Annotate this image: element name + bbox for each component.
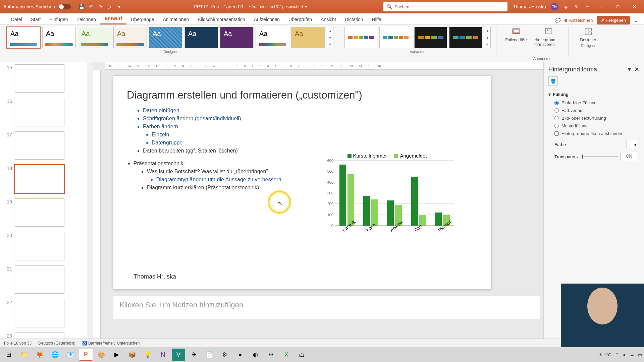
app-icon-9[interactable]: 🗂 — [295, 349, 309, 361]
save-icon[interactable]: 💾 — [79, 4, 85, 10]
weather-widget[interactable]: ☀ 1°C — [599, 352, 611, 357]
design-theme-6[interactable]: Aa — [184, 27, 218, 48]
slide-thumbnail-15[interactable]: 15 — [5, 64, 85, 93]
start-from-beginning-icon[interactable]: ▷ — [107, 4, 113, 10]
redo-icon[interactable]: ↷ — [98, 4, 104, 10]
fill-color-picker[interactable]: ▾ — [627, 141, 638, 148]
fill-bucket-icon[interactable]: 🪣 — [548, 76, 558, 86]
notes-placeholder[interactable]: Klicken Sie, um Notizen hinzuzufügen — [113, 296, 540, 319]
settings-icon[interactable]: ⚙ — [264, 349, 278, 361]
slide-thumbnail-20[interactable]: 20 — [5, 232, 85, 260]
app-icon-2[interactable]: 📦 — [125, 349, 139, 361]
telegram-icon[interactable]: ✈ — [187, 349, 201, 361]
design-gallery[interactable]: Aa Aa Aa Aa Aa Aa Aa Aa Aa ▴▾≡ — [7, 27, 333, 48]
variant-2[interactable] — [379, 27, 412, 48]
variant-3[interactable] — [414, 27, 447, 48]
app-icon-5[interactable]: 📄 — [203, 349, 216, 361]
outlook-icon[interactable]: 📧 — [64, 349, 77, 361]
slide-thumbnail-16[interactable]: 16 — [5, 98, 85, 126]
excel-icon[interactable]: X — [280, 349, 293, 361]
tab-animationen[interactable]: Animationen — [159, 14, 194, 24]
close-button[interactable]: ✕ — [629, 4, 641, 9]
tab-ansicht[interactable]: Ansicht — [316, 14, 340, 24]
variant-4[interactable] — [449, 27, 482, 48]
firefox-icon[interactable]: 🦊 — [33, 349, 46, 361]
undo-icon[interactable]: ↶ — [88, 4, 94, 10]
tray-chevron-icon[interactable]: ⌃ — [615, 352, 619, 357]
variant-1[interactable] — [344, 27, 377, 48]
accessibility-check[interactable]: ♿ Barrierefreiheit: Untersuchen — [82, 341, 140, 346]
tab-dictation[interactable]: Dictation — [340, 14, 367, 24]
format-background-button[interactable]: Hintergrund formatieren — [534, 27, 563, 47]
collapse-ribbon-icon[interactable]: ⌄ — [634, 18, 638, 23]
pane-close-icon[interactable]: ✕ — [634, 66, 639, 73]
tray-cloud-icon[interactable]: ☁ — [630, 352, 634, 357]
app-icon-6[interactable]: ⚙ — [218, 349, 231, 361]
slide-thumbnail-18[interactable]: 18 — [5, 165, 85, 193]
tab-zeichnen[interactable]: Zeichnen — [72, 14, 101, 24]
start-menu-icon[interactable]: ⊞ — [2, 349, 15, 361]
autosave-toggle[interactable]: Automatisches Speichern — [3, 4, 71, 9]
tab-einfuegen[interactable]: Einfügen — [45, 14, 72, 24]
tab-hilfe[interactable]: Hilfe — [367, 14, 385, 24]
designer-button[interactable]: Designer — [574, 27, 602, 42]
save-status-chevron-icon[interactable]: ▾ — [305, 5, 307, 9]
design-theme-5[interactable]: Aa — [149, 27, 182, 48]
comments-icon[interactable]: 💬 — [555, 18, 560, 23]
slide-thumbnail-17[interactable]: 17 — [5, 131, 85, 160]
design-theme-4[interactable]: Aa — [113, 27, 147, 48]
pen-icon[interactable]: ✎ — [574, 4, 580, 10]
diamond-icon[interactable]: ◈ — [563, 4, 569, 10]
slide-size-button[interactable]: Foliengröße — [502, 27, 530, 42]
search-input[interactable] — [394, 4, 504, 9]
tab-aufzeichnen[interactable]: Aufzeichnen — [250, 14, 284, 24]
tab-uebergaenge[interactable]: Übergänge — [126, 14, 158, 24]
tray-icon-2[interactable]: ▭ — [638, 352, 642, 357]
chrome-icon[interactable]: 🌐 — [48, 349, 62, 361]
variant-gallery-more[interactable]: ▴▾≡ — [484, 27, 491, 48]
user-avatar[interactable]: TH — [551, 3, 558, 10]
onenote-icon[interactable]: N — [156, 349, 170, 361]
slide-counter[interactable]: Folie 18 von 33 — [4, 341, 32, 346]
record-button[interactable]: Aufzeichnen — [565, 18, 593, 23]
fill-solid-radio[interactable]: Einfarbige Füllung — [548, 99, 639, 107]
design-theme-2[interactable]: Aa — [42, 27, 76, 48]
tab-entwurf[interactable]: Entwurf — [100, 13, 126, 24]
app-icon-7[interactable]: ● — [233, 349, 247, 361]
slide-canvas[interactable]: Diagramm erstellen und formatieren („cus… — [113, 76, 491, 289]
tab-ueberpruefen[interactable]: Überprüfen — [284, 14, 316, 24]
transparency-slider[interactable] — [582, 156, 618, 157]
app-icon-4[interactable]: V — [172, 349, 185, 361]
language-indicator[interactable]: Deutsch (Österreich) — [38, 341, 75, 346]
hide-bg-graphics-checkbox[interactable]: Hintergrundgrafiken ausblenden — [548, 130, 639, 137]
slide-thumbnail-22[interactable]: 22 — [5, 299, 85, 327]
fill-gradient-radio[interactable]: Farbverlauf — [548, 107, 639, 114]
slide-chart[interactable]: Kursteilnehmer Angemeldet 01002003004005… — [320, 153, 454, 253]
app-icon-1[interactable]: 🎨 — [95, 349, 108, 361]
tab-datei[interactable]: Datei — [7, 14, 26, 24]
tray-icon-1[interactable]: ● — [623, 352, 626, 357]
app-icon-8[interactable]: ◐ — [249, 349, 262, 361]
design-theme-3[interactable]: Aa — [78, 27, 111, 48]
slide-thumbnail-19[interactable]: 19 — [5, 198, 85, 227]
fill-picture-radio[interactable]: Bild- oder Texturfüllung — [548, 114, 639, 122]
design-gallery-more[interactable]: ▴▾≡ — [327, 27, 333, 48]
fill-pattern-radio[interactable]: Musterfüllung — [548, 122, 639, 130]
vlc-icon[interactable]: ▶ — [110, 349, 123, 361]
tab-bildschirmpraesentation[interactable]: Bildschirmpräsentation — [193, 14, 250, 24]
design-theme-1[interactable]: Aa — [7, 27, 40, 48]
more-icon[interactable]: ▾ — [116, 4, 122, 10]
design-theme-9[interactable]: Aa — [291, 27, 325, 48]
minimize-button[interactable]: — — [595, 4, 607, 9]
pane-options-icon[interactable]: ▾ — [628, 66, 631, 73]
slide-thumbnail-21[interactable]: 21 — [5, 265, 85, 294]
maximize-button[interactable]: □ — [612, 4, 624, 9]
share-button[interactable]: ↗Freigeben — [597, 16, 630, 24]
design-theme-7[interactable]: Aa — [220, 27, 254, 48]
thumbnail-scrollbar[interactable] — [87, 62, 93, 339]
tab-start[interactable]: Start — [26, 14, 45, 24]
slide-thumbnail-23[interactable]: 23 — [5, 333, 85, 339]
fill-section-header[interactable]: ▾Füllung — [548, 90, 639, 99]
file-explorer-icon[interactable]: 📁 — [17, 349, 31, 361]
design-theme-8[interactable]: Aa — [256, 27, 289, 48]
